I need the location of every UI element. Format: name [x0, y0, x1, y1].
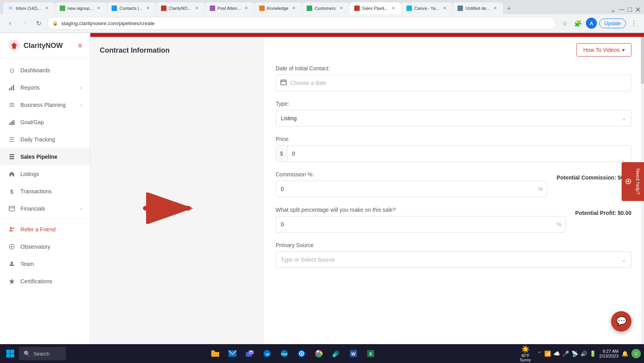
- user-profile-taskbar[interactable]: U: [631, 349, 641, 358]
- price-input[interactable]: [287, 150, 631, 157]
- commission-input[interactable]: [276, 186, 534, 192]
- tab-close-icon[interactable]: ✕: [145, 5, 151, 11]
- file-explorer-app[interactable]: [207, 346, 223, 361]
- sidebar-item-refer-friend[interactable]: Refer a Friend: [0, 221, 90, 238]
- sidebar-item-reports[interactable]: Reports ›: [0, 79, 90, 96]
- sidebar-item-observatory[interactable]: Observatory: [0, 238, 90, 255]
- tab-close-icon[interactable]: ✕: [338, 5, 344, 11]
- date-input[interactable]: Choose a date: [276, 75, 631, 91]
- minimize-icon[interactable]: ─: [619, 6, 624, 14]
- sidebar-nav: ⊙ Dashboards Reports › Business Planning…: [0, 59, 90, 363]
- weather-widget: ☀️ 40°F Sunny: [520, 345, 531, 362]
- tab-post-attend[interactable]: Post Atten... ✕: [205, 2, 254, 14]
- chevron-up-icon[interactable]: ⌃: [537, 350, 542, 357]
- sidebar-item-business-planning[interactable]: Business Planning ›: [0, 96, 90, 114]
- tab-close-icon[interactable]: ✕: [95, 5, 102, 11]
- sidebar-item-listings[interactable]: Listings: [0, 165, 90, 183]
- cortana-app[interactable]: [294, 346, 309, 361]
- cloud-icon[interactable]: ☁️: [553, 350, 560, 357]
- maximize-icon[interactable]: □: [628, 6, 632, 14]
- sidebar-item-team[interactable]: Team: [0, 255, 90, 273]
- sidebar-item-goal-gap[interactable]: Goal/Gap: [0, 114, 90, 131]
- tab-claritynow[interactable]: ClarityNO... ✕: [156, 2, 205, 14]
- sidebar-item-label: Transactions: [20, 188, 82, 194]
- hamburger-icon[interactable]: ≡: [78, 42, 82, 50]
- tab-label: Knowledge: [267, 6, 288, 11]
- dell-app[interactable]: Dell: [276, 346, 292, 361]
- start-button[interactable]: [3, 346, 17, 361]
- primary-source-field: Primary Source Type or Select Source ⌄: [276, 242, 631, 268]
- notification-badge[interactable]: 🔔: [622, 350, 628, 357]
- tab-label: Sales Pipeli...: [362, 6, 388, 11]
- scrollbar-thumb[interactable]: [641, 37, 644, 84]
- left-panel: Contract Information: [90, 37, 263, 363]
- split-input[interactable]: [276, 221, 553, 227]
- back-button[interactable]: ‹: [5, 18, 16, 29]
- tab-list-icon[interactable]: ⌄: [610, 6, 616, 14]
- tab-new-signup[interactable]: new-signup... ✕: [55, 2, 106, 14]
- tab-favicon: [457, 6, 463, 11]
- taskbar-search-box[interactable]: 🔍 Search: [19, 347, 66, 360]
- sidebar-item-label: Observatory: [20, 244, 82, 250]
- mail-app[interactable]: [225, 346, 240, 361]
- sidebar-item-sales-pipeline[interactable]: Sales Pipeline: [0, 148, 90, 165]
- sidebar-item-daily-tracking[interactable]: Daily Tracking: [0, 131, 90, 148]
- tab-close-icon[interactable]: ✕: [441, 5, 448, 11]
- battery-icon[interactable]: 🔋: [589, 350, 596, 357]
- how-to-videos-button[interactable]: How To Videos ▾: [576, 43, 631, 57]
- sidebar-item-transactions[interactable]: $ Transactions: [0, 183, 90, 200]
- tab-close-icon[interactable]: ✕: [194, 5, 200, 11]
- chat-button[interactable]: 💬: [611, 311, 631, 332]
- sidebar-item-label: Refer a Friend: [20, 226, 82, 233]
- windows-icon: [6, 349, 15, 358]
- tab-close-icon[interactable]: ✕: [492, 5, 498, 11]
- tab-sales-pipeline[interactable]: Sales Pipeli... ✕: [349, 2, 402, 14]
- extensions-icon[interactable]: 🧩: [573, 18, 584, 29]
- potential-profit-label: Potential Profit: $0.00: [575, 210, 631, 216]
- price-input-wrapper: $: [276, 145, 631, 162]
- primary-source-select[interactable]: Type or Select Source ⌄: [276, 251, 631, 268]
- volume-icon[interactable]: 🔊: [580, 350, 587, 357]
- sidebar-item-dashboards[interactable]: ⊙ Dashboards: [0, 62, 90, 79]
- microphone-icon[interactable]: 🎤: [562, 350, 569, 357]
- wifi-icon[interactable]: 📡: [571, 350, 578, 357]
- profile-button[interactable]: A: [586, 18, 597, 29]
- calendar-icon: [280, 79, 287, 87]
- tab-close-icon[interactable]: ✕: [390, 5, 397, 11]
- teams-app[interactable]: [242, 346, 258, 361]
- type-select[interactable]: Listing ⌄: [276, 110, 631, 126]
- tab-untitled[interactable]: Untitled de... ✕: [453, 2, 503, 14]
- potential-profit-display: Potential Profit: $0.00: [575, 207, 631, 216]
- update-button[interactable]: Update: [599, 18, 626, 28]
- tab-knowledge[interactable]: Knowledge ✕: [254, 2, 302, 14]
- clock: 9:27 AM 2/13/2023: [599, 349, 618, 358]
- date-label: Date of Initial Contact:: [276, 65, 631, 72]
- network-icon[interactable]: 📶: [544, 350, 551, 357]
- price-field: Price: $: [276, 136, 631, 162]
- reload-button[interactable]: ↻: [33, 18, 44, 29]
- bookmark-icon[interactable]: ☆: [559, 18, 570, 29]
- excel-app[interactable]: X: [363, 346, 379, 361]
- date-placeholder: Choose a date: [290, 80, 326, 86]
- tab-canva[interactable]: Canva - Ya... ✕: [402, 2, 452, 14]
- split-question-label: What split percentage will you make on t…: [276, 207, 566, 213]
- sharepoint-app[interactable]: [328, 346, 344, 361]
- tab-gmail[interactable]: 📧 Inbox (142)... ✕: [3, 2, 55, 14]
- address-bar[interactable]: 🔒 staging.claritynowre.com/pipelines/cre…: [47, 17, 556, 29]
- chrome-app[interactable]: [311, 346, 327, 361]
- word-app[interactable]: W: [346, 346, 361, 361]
- menu-icon[interactable]: ⋮: [628, 18, 639, 29]
- sidebar-item-certifications[interactable]: Certifications: [0, 273, 90, 290]
- tab-close-icon[interactable]: ✕: [44, 5, 50, 11]
- new-tab-button[interactable]: ＋: [503, 3, 514, 14]
- percent-symbol: %: [534, 181, 547, 197]
- need-help-tab[interactable]: Need help?: [622, 162, 644, 201]
- edge-browser-app[interactable]: [259, 346, 275, 361]
- forward-button[interactable]: ›: [19, 18, 30, 29]
- tab-contacts[interactable]: Contacts |... ✕: [107, 2, 156, 14]
- tab-close-icon[interactable]: ✕: [291, 5, 297, 11]
- sidebar-item-financials[interactable]: Financials ›: [0, 200, 90, 217]
- tab-close-icon[interactable]: ✕: [243, 5, 249, 11]
- tab-customers[interactable]: Customers ✕: [302, 2, 349, 14]
- close-window-icon[interactable]: ✕: [635, 6, 641, 14]
